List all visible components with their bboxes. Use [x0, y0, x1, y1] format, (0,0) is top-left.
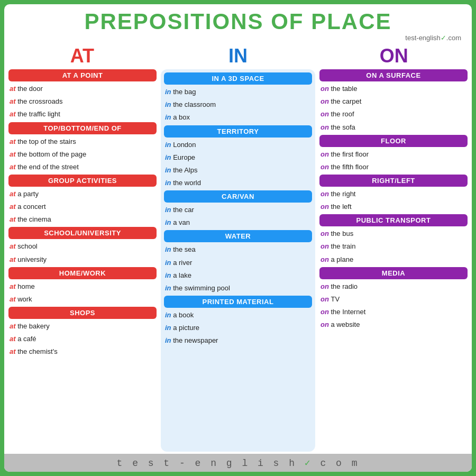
item-text: the swimming pool: [173, 284, 230, 292]
item-text: the bag: [173, 88, 196, 96]
list-item: at the top of the stairs: [8, 136, 157, 147]
on-preposition: on: [321, 110, 331, 118]
in-preposition: in: [165, 245, 173, 253]
main-title: PREPOSITIONS OF PLACE: [4, 10, 472, 34]
in-section-header: PRINTED MATERIAL: [164, 296, 312, 308]
item-text: a party: [17, 190, 39, 198]
list-item: in a picture: [164, 323, 312, 333]
in-preposition: in: [165, 271, 173, 279]
at-preposition: at: [10, 282, 17, 290]
footer-check: ✓: [305, 458, 313, 469]
on-preposition: on: [321, 308, 331, 316]
item-text: a website: [331, 321, 360, 328]
item-text: the cinema: [17, 215, 51, 223]
list-item: in the sea: [164, 244, 312, 255]
in-preposition: in: [165, 284, 173, 292]
in-preposition: in: [165, 153, 173, 161]
footer-text: t e s t - e n g l i s h ✓ c o m: [117, 458, 360, 469]
in-column: IN A 3D SPACEin the bagin the classroomi…: [161, 69, 315, 452]
item-text: the first floor: [331, 150, 369, 158]
list-item: on the right: [319, 189, 468, 199]
list-item: at a concert: [8, 202, 157, 212]
in-preposition: in: [165, 113, 173, 121]
on-section-header: FLOOR: [319, 135, 468, 147]
list-item: on a plane: [319, 254, 468, 265]
list-item: at the cinema: [8, 214, 157, 225]
on-preposition: on: [321, 203, 331, 210]
item-text: school: [17, 242, 38, 250]
on-section-header: MEDIA: [319, 267, 468, 279]
in-section-header: WATER: [164, 230, 312, 242]
footer: t e s t - e n g l i s h ✓ c o m: [4, 454, 472, 472]
list-item: in the swimming pool: [164, 283, 312, 294]
list-item: at a café: [8, 334, 157, 344]
check-icon: ✓: [441, 34, 446, 42]
item-text: a book: [173, 311, 194, 319]
list-item: on the Internet: [319, 307, 468, 317]
list-item: in the bag: [164, 87, 312, 97]
item-text: the right: [331, 190, 356, 198]
at-section-header: SHOPS: [8, 307, 157, 319]
item-text: the roof: [331, 110, 354, 118]
at-preposition: at: [10, 110, 17, 118]
at-section-header: AT A POINT: [8, 69, 157, 81]
item-text: a picture: [173, 324, 199, 332]
title-area: PREPOSITIONS OF PLACE test-english✓.com: [4, 4, 472, 43]
item-text: the Alps: [173, 166, 197, 174]
on-preposition: on: [321, 242, 331, 250]
item-text: the bottom of the page: [17, 150, 86, 158]
item-text: home: [17, 282, 35, 290]
item-text: the newspaper: [173, 336, 218, 344]
on-header-label: ON: [316, 45, 472, 67]
columns-body: AT A POINTat the doorat the crossroadsat…: [4, 69, 472, 454]
in-preposition: in: [165, 141, 173, 149]
item-text: the chemist's: [17, 347, 57, 355]
list-item: at the end of the street: [8, 162, 157, 172]
in-preposition: in: [165, 336, 173, 344]
item-text: the bakery: [17, 322, 50, 330]
in-preposition: in: [165, 259, 173, 267]
at-preposition: at: [10, 85, 17, 93]
item-text: the sea: [173, 245, 196, 253]
on-preposition: on: [321, 123, 331, 131]
item-text: a river: [173, 259, 192, 267]
list-item: in a box: [164, 112, 312, 123]
on-preposition: on: [321, 255, 331, 263]
at-preposition: at: [10, 242, 17, 250]
on-preposition: on: [321, 190, 331, 198]
at-section-header: SCHOOL/UNIVERSITY: [8, 227, 157, 239]
item-text: TV: [331, 295, 340, 303]
list-item: in the classroom: [164, 99, 312, 110]
list-item: on a website: [319, 319, 468, 330]
item-text: the table: [331, 85, 358, 93]
on-preposition: on: [321, 295, 331, 303]
item-text: the classroom: [173, 100, 216, 108]
page-outer: PREPOSITIONS OF PLACE test-english✓.com …: [0, 0, 476, 476]
item-text: London: [173, 141, 196, 149]
list-item: at the door: [8, 84, 157, 94]
list-item: at school: [8, 241, 157, 252]
item-text: a café: [17, 335, 36, 343]
item-text: the car: [173, 206, 194, 214]
item-text: the world: [173, 179, 201, 187]
brand-name: test-english: [405, 34, 440, 42]
brand-tld: .com: [446, 34, 461, 42]
at-preposition: at: [10, 150, 17, 158]
list-item: in London: [164, 140, 312, 150]
list-item: on the radio: [319, 281, 468, 292]
at-preposition: at: [10, 97, 17, 105]
at-section-header: HOME/WORK: [8, 267, 157, 279]
item-text: a plane: [331, 255, 354, 263]
list-item: in the newspaper: [164, 335, 312, 346]
list-item: in the Alps: [164, 165, 312, 176]
at-preposition: at: [10, 190, 17, 198]
item-text: a concert: [17, 203, 45, 210]
on-preposition: on: [321, 321, 331, 328]
list-item: on the train: [319, 241, 468, 252]
item-text: the bus: [331, 230, 354, 237]
at-section-header: TOP/BOTTOM/END OF: [8, 122, 157, 134]
at-section-header: GROUP ACTIVITIES: [8, 175, 157, 187]
list-item: at the traffic light: [8, 109, 157, 120]
in-section-header: TERRITORY: [164, 125, 312, 138]
at-preposition: at: [10, 335, 17, 343]
